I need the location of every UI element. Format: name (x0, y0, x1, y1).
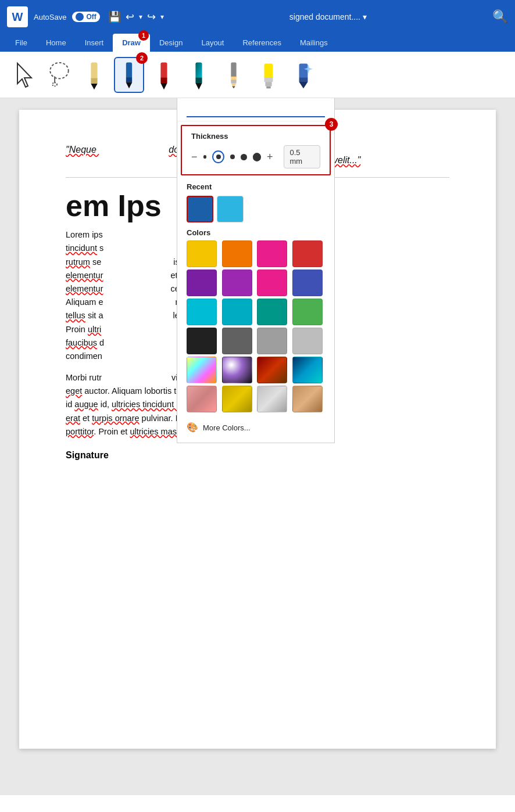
tab-references[interactable]: References (233, 34, 290, 52)
pen-preview-line (187, 116, 325, 117)
svg-rect-14 (195, 77, 202, 82)
tab-mailings[interactable]: Mailings (291, 34, 337, 52)
svg-rect-13 (195, 62, 202, 78)
pen-tool-2-button[interactable]: 2 (114, 57, 144, 93)
color-swatch-gray[interactable] (257, 328, 287, 354)
color-swatch-orange[interactable] (222, 240, 252, 267)
svg-rect-16 (231, 62, 236, 77)
thickness-badge: 3 (325, 118, 338, 131)
svg-rect-21 (264, 63, 273, 78)
ribbon-tabs: File Home Insert Draw 1 Design Layout Re… (0, 34, 515, 52)
undo-dropdown-icon[interactable]: ▾ (139, 13, 142, 21)
color-swatch-red[interactable] (292, 240, 323, 267)
more-colors-button[interactable]: 🎨 More Colors... (177, 417, 334, 438)
thickness-section: 3 Thickness − + 0.5 mm (181, 125, 331, 175)
svg-point-1 (50, 62, 68, 78)
title-dropdown-icon[interactable]: ▾ (363, 12, 367, 21)
color-swatch-cyan1[interactable] (187, 299, 217, 325)
ai-tool-button[interactable] (288, 57, 319, 93)
tab-draw[interactable]: Draw 1 (113, 34, 150, 52)
pen-tool-1-button[interactable] (79, 57, 109, 93)
color-swatch-bronze[interactable] (292, 386, 323, 412)
select-tool-button[interactable] (9, 57, 40, 93)
tab-design[interactable]: Design (150, 34, 192, 52)
svg-rect-4 (91, 62, 97, 80)
lasso-tool-button[interactable] (44, 57, 74, 93)
color-swatch-green[interactable] (292, 299, 323, 325)
svg-rect-26 (299, 77, 308, 81)
svg-rect-22 (264, 77, 273, 81)
toggle-circle (76, 13, 84, 21)
color-swatch-indigo[interactable] (292, 270, 323, 296)
color-swatch-rainbow[interactable] (187, 357, 217, 383)
highlighter-tool-button[interactable] (253, 57, 284, 93)
tab-home[interactable]: Home (37, 34, 76, 52)
svg-rect-25 (299, 63, 308, 78)
svg-rect-11 (160, 77, 167, 82)
palette-icon: 🎨 (187, 422, 198, 433)
color-swatch-pink2[interactable] (257, 270, 287, 296)
color-swatch-lightgray[interactable] (292, 328, 323, 354)
word-logo: W (7, 6, 28, 27)
tab-file[interactable]: File (6, 34, 37, 52)
svg-marker-12 (160, 82, 167, 89)
undo-icon[interactable]: ↩ (126, 10, 134, 23)
svg-rect-5 (91, 78, 97, 83)
svg-marker-0 (17, 63, 31, 87)
color-swatch-purple2[interactable] (222, 270, 252, 296)
thickness-minus-icon[interactable]: − (191, 151, 198, 163)
thickness-tooltip: 0.5 mm (284, 145, 320, 168)
color-swatch-silver[interactable] (257, 386, 287, 412)
svg-rect-7 (126, 62, 132, 78)
color-swatch-rose-gold[interactable] (187, 386, 217, 412)
color-swatch-gold[interactable] (222, 386, 252, 412)
quick-access-dropdown-icon[interactable]: ▾ (160, 13, 164, 21)
pen-color-popup: 3 Thickness − + 0.5 mm Recent Colors (177, 98, 335, 443)
color-swatch-hotpink[interactable] (257, 240, 287, 267)
thickness-dot-2[interactable] (230, 155, 235, 159)
color-swatch-darkgray[interactable] (222, 328, 252, 354)
title-bar: W AutoSave Off 💾 ↩ ▾ ↪ ▾ signed document… (0, 0, 515, 34)
save-icon[interactable]: 💾 (108, 10, 121, 23)
tab-layout[interactable]: Layout (192, 34, 233, 52)
svg-marker-15 (195, 82, 202, 89)
ribbon-toolbar: 2 (0, 52, 515, 98)
pen-tool-3-button[interactable] (149, 57, 179, 93)
color-swatch-fire[interactable] (257, 357, 287, 383)
recent-swatch-1[interactable] (187, 196, 213, 222)
pen-badge: 2 (136, 52, 148, 64)
autosave-toggle[interactable]: Off (72, 12, 99, 22)
redo-icon[interactable]: ↪ (147, 10, 156, 23)
doc-area: 3 Thickness − + 0.5 mm Recent Colors (0, 98, 515, 795)
draw-tab-badge: 1 (138, 30, 149, 41)
color-swatch-cyan2[interactable] (222, 299, 252, 325)
svg-marker-20 (232, 86, 235, 88)
recent-swatch-2[interactable] (217, 196, 244, 222)
color-swatch-purple1[interactable] (187, 270, 217, 296)
color-swatch-teal[interactable] (257, 299, 287, 325)
thickness-dot-3[interactable] (241, 154, 247, 160)
doc-signature: Signature (66, 450, 449, 461)
search-icon[interactable]: 🔍 (492, 9, 508, 24)
svg-rect-18 (231, 80, 236, 83)
thickness-dot-1[interactable] (203, 155, 207, 159)
thickness-dot-4[interactable] (253, 153, 261, 161)
thickness-label: Thickness (191, 132, 320, 141)
color-swatch-galaxy[interactable] (222, 357, 252, 383)
colors-grid (177, 240, 334, 417)
thickness-plus-icon[interactable]: + (267, 151, 273, 163)
svg-rect-23 (265, 82, 271, 86)
pen-tool-4-button[interactable] (184, 57, 214, 93)
pen-preview-bar (177, 98, 334, 121)
colors-label: Colors (177, 227, 334, 240)
color-swatch-yellow[interactable] (187, 240, 217, 267)
svg-marker-6 (91, 83, 97, 89)
color-swatch-ocean[interactable] (292, 357, 323, 383)
thickness-dot-selected[interactable] (212, 150, 224, 163)
tab-insert[interactable]: Insert (76, 34, 113, 52)
svg-rect-10 (160, 62, 167, 78)
thickness-row: − + 0.5 mm (191, 145, 320, 168)
svg-rect-24 (266, 86, 270, 88)
pen-tool-5-button[interactable] (219, 57, 249, 93)
color-swatch-black[interactable] (187, 328, 217, 354)
